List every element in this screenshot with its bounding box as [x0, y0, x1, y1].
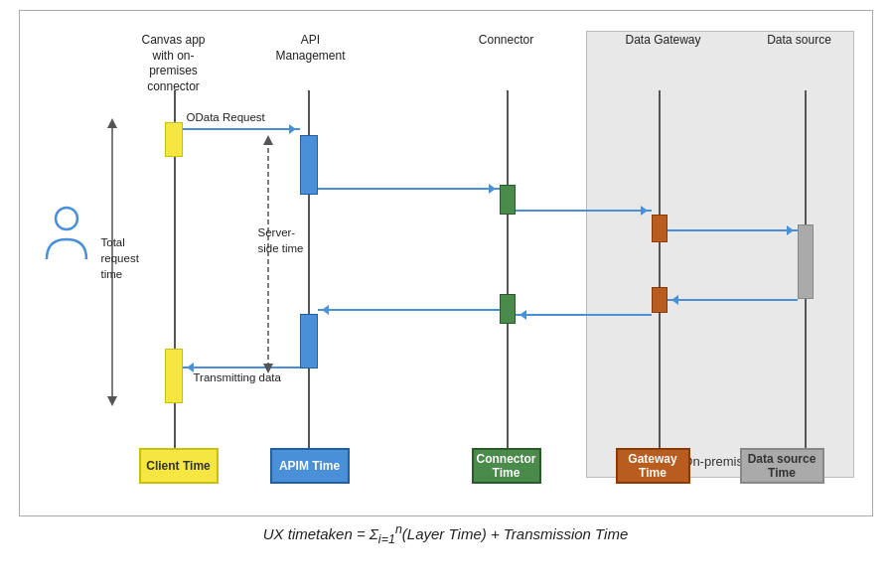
block-canvas-bottom — [165, 349, 183, 403]
arrow-odata-request — [183, 128, 300, 130]
svg-marker-3 — [107, 396, 117, 406]
legend-gateway-time: GatewayTime — [616, 448, 690, 484]
diagram-area: On-premises Canvas appwith on-premisesco… — [19, 10, 873, 516]
arrow-gateway-connector-return — [516, 314, 652, 316]
label-total-request: Totalrequesttime — [101, 234, 139, 282]
timeline-gateway — [659, 90, 661, 448]
formula-text: UX timetaken = Σi=1n(Layer Time) + Trans… — [263, 525, 629, 542]
col-header-datasource: Data source — [760, 33, 839, 49]
formula-area: UX timetaken = Σi=1n(Layer Time) + Trans… — [263, 522, 629, 546]
label-transmitting: Transmitting data — [194, 370, 281, 385]
col-header-api: API Management — [266, 33, 356, 64]
timeline-connector — [507, 90, 509, 448]
block-gateway-bottom — [652, 287, 668, 313]
block-connector-bottom — [500, 294, 516, 324]
label-odata-request: OData Request — [187, 110, 265, 125]
block-canvas-top — [165, 122, 183, 157]
block-api-top — [300, 135, 318, 195]
block-gateway-top — [652, 215, 668, 242]
col-header-canvas: Canvas appwith on-premisesconnector — [129, 33, 219, 94]
arrow-connector-gateway-top — [516, 210, 652, 212]
col-header-gateway: Data Gateway — [624, 33, 703, 49]
svg-marker-2 — [107, 118, 117, 128]
block-connector-top — [500, 185, 516, 215]
arrow-datasource-gateway-return — [668, 299, 798, 301]
legend-connector-time: ConnectorTime — [472, 448, 541, 484]
arrow-api-connector-top — [318, 188, 500, 190]
label-server-side: Server-side time — [258, 224, 304, 256]
legend-apim-time: APIM Time — [270, 448, 350, 484]
onprem-box: On-premises — [586, 31, 854, 478]
legend-datasource-time: Data sourceTime — [740, 448, 824, 484]
person-icon — [42, 205, 91, 268]
legend-client-time: Client Time — [139, 448, 219, 484]
svg-point-0 — [56, 208, 77, 229]
block-api-bottom — [300, 314, 318, 368]
arrow-gateway-datasource — [668, 229, 798, 231]
svg-marker-5 — [263, 135, 273, 145]
col-header-connector: Connector — [472, 33, 541, 49]
block-datasource — [798, 224, 814, 299]
main-container: On-premises Canvas appwith on-premisesco… — [0, 0, 891, 588]
arrow-connector-api-return — [318, 309, 500, 311]
